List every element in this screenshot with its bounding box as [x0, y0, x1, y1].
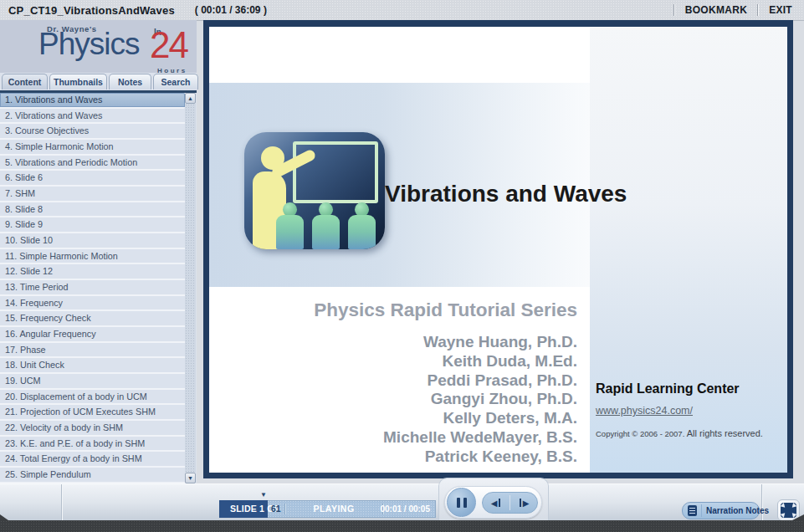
- copyright-text: Copyright © 2006 - 2007. All rights rese…: [596, 425, 785, 440]
- tab-search[interactable]: Search: [153, 74, 198, 90]
- slide-list-item[interactable]: 24. Total Energy of a body in SHM: [0, 452, 185, 468]
- slide-list-item[interactable]: 7. SHM: [0, 187, 185, 202]
- scroll-up-icon: ▲: [187, 95, 193, 101]
- slide-list-item[interactable]: 5. Vibrations and Periodic Motion: [0, 156, 185, 171]
- separator: [761, 484, 763, 521]
- scroll-up-button[interactable]: ▲: [185, 93, 196, 104]
- slide-list-item[interactable]: 9. Slide 9: [0, 217, 185, 233]
- slide-time: 00:01 / 00:05: [381, 500, 431, 518]
- title-bar: CP_CT19_VibrationsAndWaves ( 00:01 / 36:…: [0, 0, 804, 21]
- sidebar-tabs: Content Thumbnails Notes Search: [2, 73, 198, 90]
- scrollbar-track[interactable]: [185, 104, 196, 473]
- author-line: Gangyi Zhou, Ph.D.: [209, 390, 577, 409]
- slide-list-item[interactable]: 25. Simple Pendulum: [0, 468, 185, 483]
- slide-title: Vibrations and Waves: [385, 181, 627, 207]
- previous-icon: ◀: [491, 499, 498, 508]
- slide-list-item[interactable]: 18. Unit Check: [0, 358, 185, 374]
- separator: [757, 4, 759, 16]
- physics24-logo: Dr. Wayne's Physics In 24 Hours: [0, 20, 197, 73]
- slide-canvas: Vibrations and Waves Physics Rapid Tutor…: [209, 27, 787, 473]
- player-bar: SLIDE 1 OF 61 PLAYING 00:01 / 00:05 ▼ ◀ …: [0, 483, 804, 520]
- website-link[interactable]: www.physics24.com/: [596, 405, 785, 417]
- slide-frame: Vibrations and Waves Physics Rapid Tutor…: [203, 20, 793, 478]
- authors-list: Wayne Huang, Ph.D. Keith Duda, M.Ed. Ped…: [209, 333, 577, 467]
- slide-list-item[interactable]: 3. Course Objectives: [0, 124, 185, 140]
- playhead-marker[interactable]: ▼: [260, 492, 267, 499]
- slide-list-item[interactable]: 10. Slide 10: [0, 233, 185, 249]
- playback-status: PLAYING: [286, 500, 382, 518]
- slide-list-item[interactable]: 11. Simple Harmonic Motion: [0, 249, 185, 265]
- author-line: Peddi Prasad, Ph.D.: [209, 371, 577, 391]
- separator: [673, 4, 675, 16]
- logo-brand: Physics: [38, 27, 139, 62]
- logo-hours: Hours: [157, 67, 187, 73]
- narration-notes-label: Narration Notes: [706, 506, 769, 515]
- sidebar: Dr. Wayne's Physics In 24 Hours Content …: [0, 20, 197, 483]
- slide-footer: Rapid Learning Center www.physics24.com/…: [596, 381, 785, 440]
- slide-list-item[interactable]: 12. Slide 12: [0, 264, 185, 280]
- pause-button[interactable]: [447, 488, 476, 517]
- slide-list-item[interactable]: 19. UCM: [0, 374, 185, 390]
- presentation-icon: [244, 132, 385, 249]
- slide-list-item[interactable]: 21. Projection of UCM Executes SHM: [0, 405, 185, 421]
- scroll-down-button[interactable]: ▼: [185, 473, 196, 483]
- slide-list-item[interactable]: 13. Time Period: [0, 280, 185, 296]
- status-strip: SLIDE 1 OF 61 PLAYING 00:01 / 00:05: [219, 500, 436, 518]
- next-slide-button[interactable]: ▶: [510, 493, 537, 513]
- next-icon: ▶: [523, 499, 530, 508]
- author-line: Keith Duda, M.Ed.: [209, 352, 577, 371]
- notes-icon: [688, 505, 697, 516]
- org-name: Rapid Learning Center: [596, 381, 785, 396]
- slide-list-item[interactable]: 4. Simple Harmonic Motion: [0, 140, 185, 156]
- tab-content[interactable]: Content: [2, 74, 48, 90]
- slide-list-scrollbar: ▲ ▼: [185, 93, 196, 483]
- slide-list-item[interactable]: 20. Displacement of a body in UCM: [0, 390, 185, 406]
- slide-stepper: ◀ ▶: [482, 492, 538, 514]
- slide-list-item[interactable]: 14. Frequency: [0, 296, 185, 312]
- presentation-title: CP_CT19_VibrationsAndWaves: [8, 4, 175, 17]
- pause-icon: [457, 498, 460, 508]
- slide-list: 1. Vibrations and Waves 2. Vibrations an…: [0, 93, 185, 483]
- slide-list-item[interactable]: 22. Velocity of a body in SHM: [0, 421, 185, 437]
- slide-list-item[interactable]: 17. Phase: [0, 343, 185, 359]
- title-bar-actions: BOOKMARK EXIT: [663, 0, 804, 20]
- slide-list-item[interactable]: 16. Angular Frequency: [0, 327, 185, 343]
- slide-total: 61: [271, 500, 281, 518]
- bookmark-button[interactable]: BOOKMARK: [685, 4, 747, 16]
- previous-slide-button[interactable]: ◀: [483, 493, 510, 513]
- narration-notes-button[interactable]: Narration Notes: [682, 502, 760, 519]
- scroll-down-icon: ▼: [187, 475, 193, 481]
- bottom-edge: [0, 520, 804, 532]
- author-line: Patrick Keeney, B.S.: [209, 448, 577, 467]
- slide-subtitle: Physics Rapid Tutorial Series: [209, 299, 577, 321]
- slide-list-item[interactable]: 2. Vibrations and Waves: [0, 109, 185, 125]
- tab-notes[interactable]: Notes: [109, 74, 151, 90]
- slide-list-item[interactable]: 23. K.E. and P.E. of a body in SHM: [0, 437, 185, 453]
- tab-thumbnails[interactable]: Thumbnails: [49, 74, 107, 90]
- slide-list-item[interactable]: 15. Frequency Check: [0, 311, 185, 327]
- author-line: Kelly Deters, M.A.: [209, 409, 577, 428]
- total-elapsed-time: ( 00:01 / 36:09 ): [195, 4, 267, 16]
- separator: [61, 484, 63, 521]
- author-line: Michelle WedeMayer, B.S.: [209, 428, 577, 448]
- separator: [701, 504, 702, 517]
- playback-controls: ◀ ▶: [444, 486, 542, 519]
- logo-number: 24: [150, 24, 187, 66]
- exit-button[interactable]: EXIT: [769, 4, 792, 16]
- slide-list-item[interactable]: 6. Slide 6: [0, 171, 185, 187]
- author-line: Wayne Huang, Ph.D.: [209, 333, 577, 352]
- slide-list-item[interactable]: 8. Slide 8: [0, 202, 185, 218]
- slide-list-item[interactable]: 1. Vibrations and Waves: [0, 93, 185, 109]
